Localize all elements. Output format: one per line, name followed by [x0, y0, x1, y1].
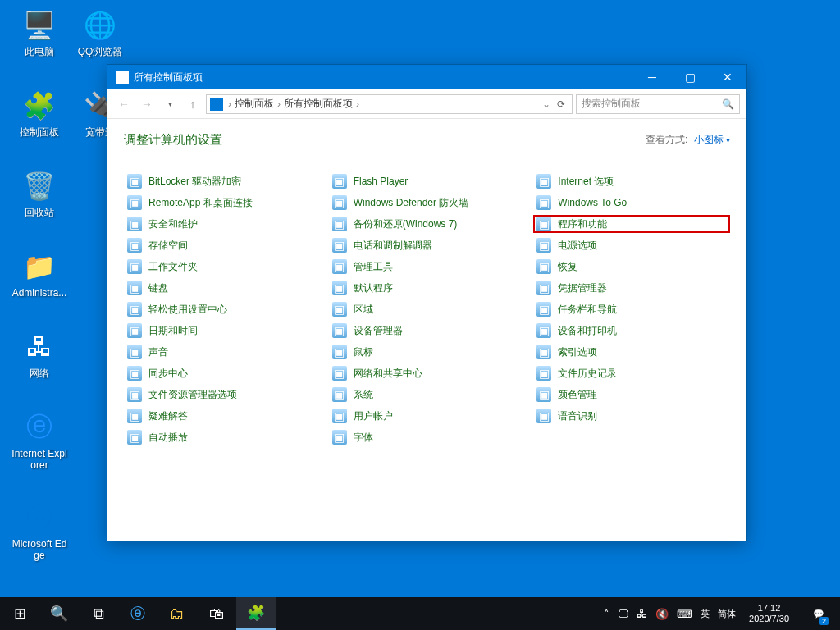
breadcrumb-separator: ›	[354, 98, 361, 110]
control-panel-item[interactable]: ▣安全和维护	[124, 215, 321, 233]
tray-network-icon[interactable]: 🖧	[637, 608, 647, 620]
desktop-icon-recycle-bin[interactable]: 🗑️ 回收站	[11, 169, 67, 218]
titlebar[interactable]: 所有控制面板项 ─ ▢ ✕	[107, 65, 746, 89]
item-label: 文件历史记录	[558, 367, 617, 381]
control-panel-item[interactable]: ▣字体	[329, 428, 526, 446]
close-button[interactable]: ✕	[709, 65, 746, 89]
control-panel-item[interactable]: ▣颜色管理	[533, 386, 730, 404]
control-panel-item[interactable]: ▣RemoteApp 和桌面连接	[124, 194, 321, 212]
control-panel-item[interactable]: ▣自动播放	[124, 428, 321, 446]
control-panel-item[interactable]: ▣声音	[124, 343, 321, 361]
control-panel-item[interactable]: ▣程序和功能	[533, 215, 730, 233]
recycle-bin-icon: 🗑️	[22, 169, 57, 203]
control-panel-item[interactable]: ▣系统	[329, 386, 526, 404]
item-label: 备份和还原(Windows 7)	[354, 217, 458, 231]
control-panel-item[interactable]: ▣存储空间	[124, 236, 321, 254]
tray-expand-icon[interactable]: ˄	[604, 608, 609, 620]
search-button[interactable]: 🔍	[39, 597, 79, 630]
breadcrumb-item[interactable]: 所有控制面板项	[282, 97, 354, 111]
edge-icon: ⓔ	[22, 500, 57, 535]
tray-keyboard-icon[interactable]: ⌨	[677, 608, 692, 620]
desktop-icon-network[interactable]: 🖧 网络	[11, 330, 67, 379]
refresh-icon[interactable]: ⟳	[554, 98, 568, 110]
control-panel-item[interactable]: ▣疑难解答	[124, 407, 321, 425]
search-box[interactable]: 搜索控制面板 🔍	[576, 94, 740, 114]
control-panel-item[interactable]: ▣日期和时间	[124, 322, 321, 340]
control-panel-item[interactable]: ▣默认程序	[329, 279, 526, 297]
control-panel-item[interactable]: ▣Windows Defender 防火墙	[329, 194, 526, 212]
control-panel-item[interactable]: ▣任务栏和导航	[533, 300, 730, 318]
control-panel-item[interactable]: ▣电源选项	[533, 236, 730, 254]
forward-button[interactable]: →	[137, 94, 157, 114]
task-view-button[interactable]: ⧉	[79, 597, 118, 630]
desktop-icon-ie[interactable]: ⓔ Internet Explorer	[11, 410, 67, 471]
address-dropdown-icon[interactable]: ⌄	[539, 98, 554, 110]
control-panel-item[interactable]: ▣电话和调制解调器	[329, 236, 526, 254]
item-icon: ▣	[332, 409, 347, 423]
desktop-icon-administrator[interactable]: 📁 Administra...	[11, 249, 67, 299]
control-panel-item[interactable]: ▣Internet 选项	[533, 172, 730, 190]
control-panel-item[interactable]: ▣索引选项	[533, 343, 730, 361]
control-panel-item[interactable]: ▣鼠标	[329, 343, 526, 361]
start-button[interactable]: ⊞	[0, 597, 39, 630]
clock[interactable]: 17:12 2020/7/30	[744, 603, 794, 624]
item-label: 自动播放	[148, 431, 188, 445]
network-icon: 🖧	[22, 330, 57, 364]
control-panel-item[interactable]: ▣工作文件夹	[124, 258, 321, 276]
control-panel-item[interactable]: ▣BitLocker 驱动器加密	[124, 172, 321, 190]
taskbar-control-panel[interactable]: 🧩	[236, 597, 276, 630]
control-panel-item[interactable]: ▣恢复	[533, 258, 730, 276]
ime-lang[interactable]: 英	[701, 608, 710, 620]
breadcrumb-item[interactable]: 控制面板	[233, 97, 276, 111]
minimize-button[interactable]: ─	[633, 65, 671, 89]
item-label: 键盘	[148, 281, 168, 295]
control-panel-item[interactable]: ▣网络和共享中心	[329, 364, 526, 382]
desktop-icon-edge[interactable]: ⓔ Microsoft Edge	[11, 500, 67, 561]
item-icon: ▣	[127, 281, 142, 295]
control-panel-item[interactable]: ▣凭据管理器	[533, 279, 730, 297]
control-panel-item[interactable]: ▣设备管理器	[329, 322, 526, 340]
control-panel-item[interactable]: ▣同步中心	[124, 364, 321, 382]
maximize-button[interactable]: ▢	[671, 65, 709, 89]
taskbar: ⊞ 🔍 ⧉ ⓔ 🗂 🛍 🧩 ˄ 🖵 🖧 🔇 ⌨ 英 简体 17:12 2020/…	[0, 597, 840, 630]
item-icon: ▣	[332, 195, 347, 210]
item-icon: ▣	[536, 195, 551, 210]
desktop-icon-label: Administra...	[11, 287, 67, 299]
control-panel-item[interactable]: ▣区域	[329, 300, 526, 318]
ime-mode[interactable]: 简体	[718, 608, 736, 620]
control-panel-item[interactable]: ▣管理工具	[329, 258, 526, 276]
control-panel-item[interactable]: ▣Flash Player	[329, 172, 526, 190]
control-panel-item[interactable]: ▣Windows To Go	[533, 194, 730, 212]
recent-button[interactable]: ▾	[160, 94, 180, 114]
up-button[interactable]: ↑	[183, 94, 203, 114]
control-panel-item[interactable]: ▣文件历史记录	[533, 364, 730, 382]
tray-display-icon[interactable]: 🖵	[618, 608, 628, 620]
desktop-icon-this-pc[interactable]: 🖥️ 此电脑	[11, 8, 67, 57]
item-icon: ▣	[332, 302, 347, 317]
tray-volume-icon[interactable]: 🔇	[655, 608, 669, 620]
control-panel-item[interactable]: ▣用户帐户	[329, 407, 526, 425]
taskbar-edge[interactable]: ⓔ	[118, 597, 158, 630]
control-panel-item[interactable]: ▣键盘	[124, 279, 321, 297]
address-bar[interactable]: › 控制面板 › 所有控制面板项 › ⌄ ⟳	[206, 94, 573, 114]
desktop-icon-qq-browser[interactable]: 🌐 QQ浏览器	[72, 8, 128, 57]
item-label: 用户帐户	[354, 409, 393, 423]
control-panel-item[interactable]: ▣轻松使用设置中心	[124, 300, 321, 318]
back-button[interactable]: ←	[114, 94, 134, 114]
computer-icon: 🖥️	[22, 8, 57, 43]
view-dropdown[interactable]: 小图标	[694, 133, 730, 147]
notification-button[interactable]: 💬2	[802, 597, 835, 630]
item-label: Windows To Go	[558, 197, 627, 208]
item-icon: ▣	[332, 430, 347, 445]
item-icon: ▣	[536, 259, 551, 274]
control-panel-item[interactable]: ▣语音识别	[533, 407, 730, 425]
taskbar-store[interactable]: 🛍	[197, 597, 236, 630]
control-panel-item[interactable]: ▣备份和还原(Windows 7)	[329, 215, 526, 233]
clock-date: 2020/7/30	[749, 614, 789, 624]
control-panel-item[interactable]: ▣设备和打印机	[533, 322, 730, 340]
desktop-icon-control-panel[interactable]: 🧩 控制面板	[11, 89, 67, 138]
item-label: 设备管理器	[354, 324, 403, 338]
control-panel-item[interactable]: ▣文件资源管理器选项	[124, 386, 321, 404]
taskbar-explorer[interactable]: 🗂	[158, 597, 197, 630]
item-label: 鼠标	[354, 345, 373, 359]
